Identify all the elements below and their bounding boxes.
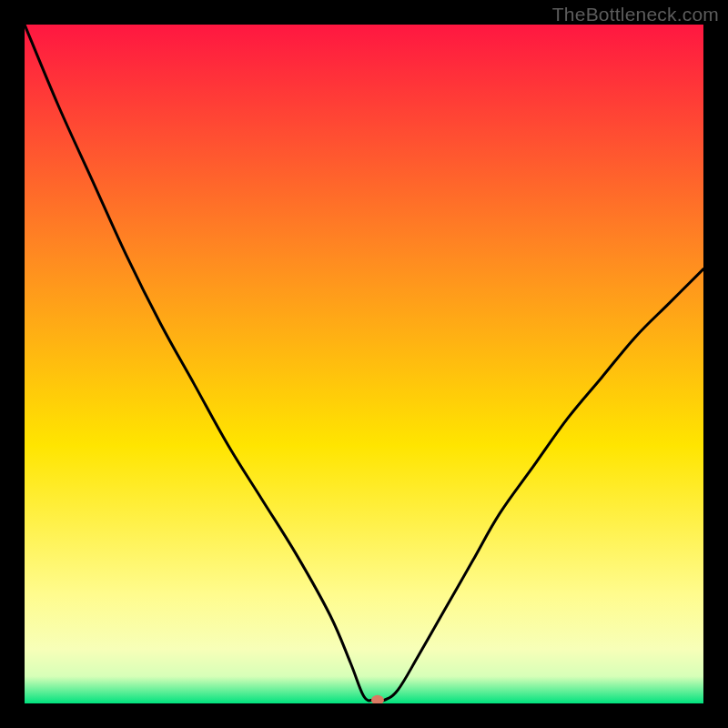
plot-area: [25, 25, 703, 703]
watermark-text: TheBottleneck.com: [552, 4, 719, 25]
chart-frame: TheBottleneck.com: [0, 0, 728, 728]
bottleneck-chart-svg: [25, 25, 703, 703]
gradient-background: [25, 25, 703, 703]
